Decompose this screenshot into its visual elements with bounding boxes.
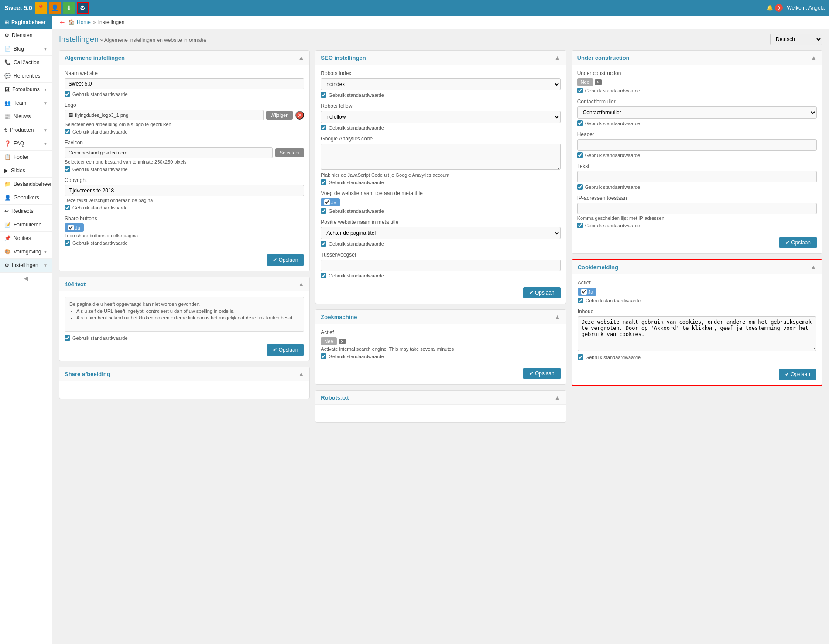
zoekmachine-collapse-btn[interactable]: ▲ [555, 313, 561, 320]
sidebar-item-team[interactable]: 👥Team ▼ [0, 96, 52, 110]
voeg-website-badge[interactable]: Ja [321, 198, 340, 206]
uc-x-btn[interactable]: ✕ [595, 79, 602, 85]
favicon-select-btn[interactable]: Selecteer [275, 148, 304, 157]
robots-follow-group: Robots follow nofollow follow Gebruik st… [321, 103, 560, 130]
seo-checkbox-2[interactable] [321, 125, 326, 130]
seo-checkbox-3[interactable] [321, 179, 326, 185]
robots-index-select[interactable]: noindex index [321, 78, 560, 90]
sidebar-item-referenties[interactable]: 💬Referenties [0, 69, 52, 83]
uc-checkbox-5[interactable] [577, 223, 583, 228]
download-icon-btn[interactable]: ⬇ [63, 2, 75, 14]
zoekmachine-nee-badge[interactable]: Nee [321, 337, 336, 345]
share-collapse-btn[interactable]: ▲ [298, 370, 304, 377]
uc-checkbox-3[interactable] [577, 152, 583, 158]
cookie-checkbox-1[interactable] [578, 298, 583, 303]
seo-save-btn[interactable]: ✔ Opslaan [523, 287, 561, 298]
header-input[interactable] [577, 139, 817, 151]
cookie-inhoud-textarea[interactable]: Deze website maakt gebruik van cookies, … [578, 316, 816, 351]
uc-checkbox-4[interactable] [577, 184, 583, 190]
seo-checkbox-4[interactable] [321, 208, 326, 214]
uc-checkbox-1[interactable] [577, 88, 583, 93]
sidebar-item-redirects[interactable]: ↩Redirects [0, 205, 52, 218]
cookie-save-row: ✔ Opslaan [578, 365, 816, 380]
google-analytics-textarea[interactable] [321, 144, 560, 170]
location-icon-btn[interactable]: 📍 [35, 2, 47, 14]
breadcrumb-home[interactable]: Home [77, 19, 91, 25]
ip-input[interactable] [577, 203, 817, 214]
algemene-collapse-btn[interactable]: ▲ [298, 54, 304, 61]
sidebar-collapse-btn[interactable]: ◀ [24, 275, 28, 281]
notification-area[interactable]: 🔔 0 [767, 4, 783, 12]
naam-website-input[interactable] [65, 78, 304, 89]
sidebar-item-instellingen[interactable]: ⚙Instellingen ▼ [0, 259, 52, 272]
sidebar-item-nieuws[interactable]: 📰Nieuws [0, 110, 52, 123]
sidebar-item-fotoalbums[interactable]: 🖼Fotoalbums ▼ [0, 83, 52, 96]
seo-checkbox-5[interactable] [321, 241, 326, 247]
sidebar-item-blog[interactable]: 📄Blog ▼ [0, 42, 52, 56]
back-arrow-icon[interactable]: ← [59, 18, 66, 26]
sidebar-item-faq[interactable]: ❓FAQ ▼ [0, 137, 52, 151]
gebruik-checkbox-2[interactable] [65, 129, 70, 134]
breadcrumb: ← 🏠 Home » Instellingen [52, 16, 829, 29]
404-save-btn[interactable]: ✔ Opslaan [267, 344, 304, 356]
sidebar-item-footer[interactable]: 📋Footer [0, 151, 52, 164]
cookie-gebruik-1: Gebruik standaardwaarde [578, 298, 816, 303]
fotoalbums-arrow: ▼ [43, 87, 48, 92]
robots-collapse-btn[interactable]: ▲ [555, 394, 561, 401]
footer-icon: 📋 [4, 154, 11, 160]
tekst-input[interactable] [577, 171, 817, 182]
uc-save-btn[interactable]: ✔ Opslaan [779, 237, 817, 248]
copyright-input[interactable] [65, 185, 304, 196]
sidebar-item-slides[interactable]: ▶Slides [0, 164, 52, 178]
share-buttons-badge[interactable]: Ja [65, 223, 84, 232]
sidebar-item-vormgeving[interactable]: 🎨Vormgeving ▼ [0, 245, 52, 259]
uc-nee-badge[interactable]: Nee [577, 78, 593, 86]
cookie-check[interactable] [581, 289, 587, 295]
algemene-save-btn[interactable]: ✔ Opslaan [267, 254, 304, 266]
uc-checkbox-2[interactable] [577, 120, 583, 126]
sidebar-item-notities[interactable]: 📌Notities [0, 232, 52, 245]
user-icon-btn[interactable]: 👤 [49, 2, 61, 14]
uc-collapse-btn[interactable]: ▲ [811, 54, 817, 61]
gebruik-checkbox-3[interactable] [65, 166, 70, 172]
header-group: Header Gebruik standaardwaarde [577, 131, 817, 158]
404-gebruik-checkbox[interactable] [65, 335, 70, 341]
gebruik-checkbox-1[interactable] [65, 91, 70, 97]
logo-image-icon: 🖼 [69, 113, 73, 118]
cookie-ja-badge[interactable]: Ja [578, 288, 597, 296]
gebruik-checkbox-4[interactable] [65, 205, 70, 210]
logo-wijzigen-btn[interactable]: Wijzigen [266, 111, 293, 120]
gebruik-checkbox-5[interactable] [65, 240, 70, 246]
seo-checkbox-1[interactable] [321, 92, 326, 98]
sidebar-item-bestandsbeheer[interactable]: 📁Bestandsbeheer [0, 178, 52, 191]
card-404: 404 text ▲ De pagina die u heeft opgevra… [59, 277, 310, 361]
card-zoekmachine-header: Zoekmachine ▲ [315, 310, 565, 324]
logo-remove-btn[interactable]: ✕ [295, 111, 304, 120]
robots-follow-select[interactable]: nofollow follow [321, 111, 560, 123]
sidebar-item-gebruikers[interactable]: 👤Gebruikers [0, 191, 52, 205]
404-collapse-btn[interactable]: ▲ [298, 281, 304, 288]
sidebar-header: ⊞ Paginabeheer [0, 16, 52, 29]
zoekmachine-x-btn[interactable]: ✕ [339, 339, 346, 344]
cookie-checkbox-2[interactable] [578, 354, 583, 360]
cookie-save-btn[interactable]: ✔ Opslaan [779, 369, 816, 380]
zoekmachine-save-btn[interactable]: ✔ Opslaan [523, 368, 561, 379]
blog-icon: 📄 [4, 46, 11, 52]
sidebar-item-formulieren[interactable]: 📝Formulieren [0, 218, 52, 232]
cookie-collapse-btn[interactable]: ▲ [810, 264, 816, 271]
zoekmachine-checkbox-1[interactable] [321, 353, 326, 359]
seo-checkbox-6[interactable] [321, 273, 326, 278]
card-robots-header: Robots.txt ▲ [315, 391, 565, 405]
share-icon-btn[interactable]: ⚙ [77, 2, 89, 14]
seo-collapse-btn[interactable]: ▲ [555, 54, 561, 61]
voeg-check[interactable] [324, 199, 330, 205]
sidebar-item-call2action[interactable]: 📞Call2action [0, 56, 52, 69]
sidebar-item-producten[interactable]: €Producten ▼ [0, 123, 52, 137]
positie-select[interactable]: Achter de pagina titel Voor de pagina ti… [321, 227, 560, 239]
sidebar-item-diensten[interactable]: ⚙Diensten [0, 29, 52, 42]
contactformulier-select[interactable]: Contactformulier [577, 106, 817, 119]
tussenvoegsel-input[interactable] [321, 260, 560, 271]
share-btn-check[interactable] [68, 225, 74, 230]
language-select[interactable]: Deutsch Nederlands English [770, 34, 822, 45]
zoekmachine-save-row: ✔ Opslaan [321, 364, 560, 379]
